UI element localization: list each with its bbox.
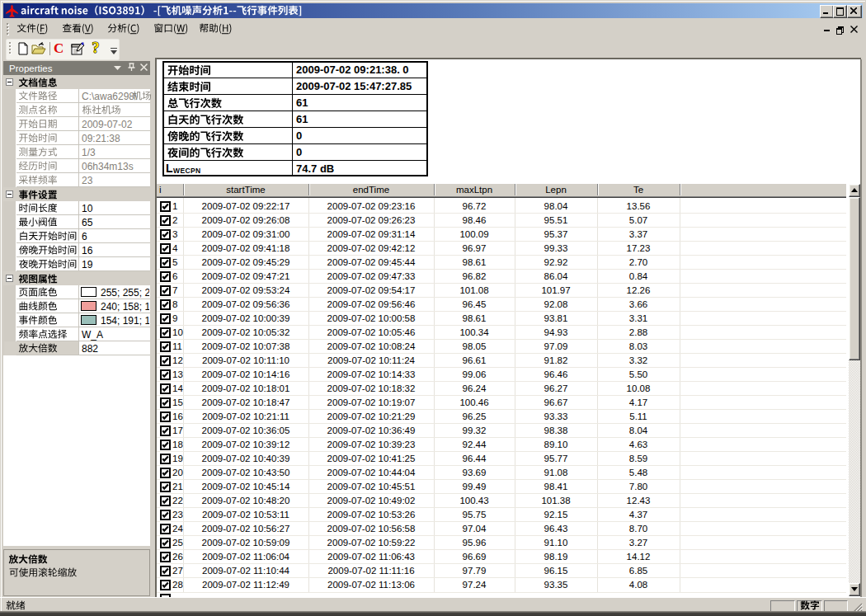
svg-text:?: ? — [92, 40, 100, 55]
